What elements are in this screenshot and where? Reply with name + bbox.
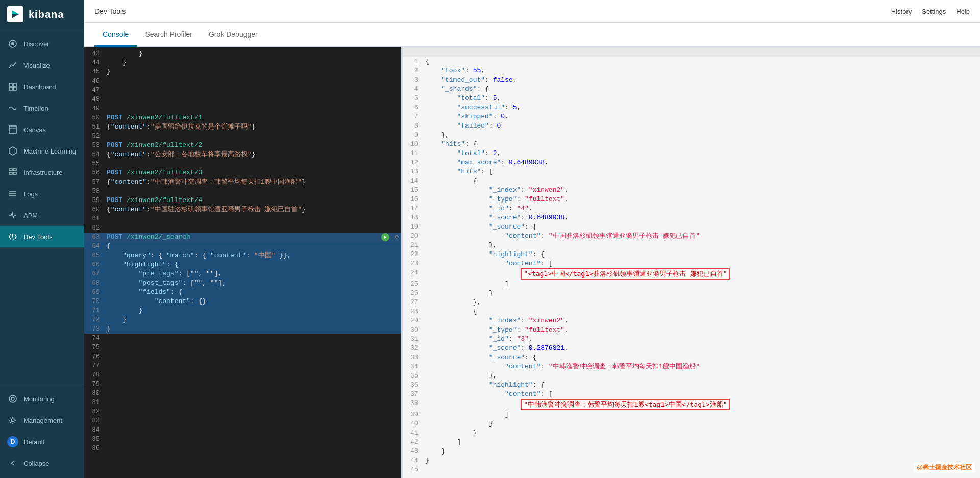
- code-line: 77: [84, 361, 401, 370]
- output-line-number: 23: [403, 259, 423, 268]
- left-editor-panel: 43 }44 }45}4647484950POST /xinwen2/fullt…: [84, 47, 401, 478]
- sidebar-item-collapse[interactable]: Collapse: [0, 452, 84, 474]
- output-line: 13 "hits": [: [403, 167, 980, 177]
- settings-link[interactable]: Settings: [922, 8, 946, 15]
- line-number: 63: [84, 233, 105, 242]
- line-content: "fields": {: [105, 288, 401, 297]
- line-number: 68: [84, 279, 105, 288]
- sidebar-item-infrastructure[interactable]: Infrastructure: [0, 162, 84, 183]
- output-line-number: 10: [403, 140, 423, 149]
- output-line: 30 "_type": "fulltext",: [403, 325, 980, 335]
- line-number: 73: [84, 324, 105, 334]
- output-line-number: 16: [403, 195, 423, 204]
- output-line-content: {: [423, 307, 980, 316]
- output-line: 25 ]: [403, 280, 980, 289]
- code-line: 78: [84, 370, 401, 380]
- sidebar-item-management[interactable]: Management: [0, 410, 84, 431]
- output-line-content: },: [423, 298, 980, 307]
- line-number: 76: [84, 352, 105, 361]
- line-number: 58: [84, 187, 105, 196]
- run-button[interactable]: [381, 233, 389, 241]
- svg-rect-6: [9, 87, 12, 90]
- history-link[interactable]: History: [891, 8, 912, 15]
- infrastructure-icon: [7, 167, 18, 178]
- logs-icon: [7, 188, 18, 199]
- output-line-content: }: [423, 429, 980, 438]
- sidebar-item-discover[interactable]: Discover: [0, 33, 84, 55]
- sidebar-item-apm[interactable]: APM: [0, 205, 84, 226]
- sidebar-item-visualize[interactable]: Visualize: [0, 55, 84, 76]
- output-line: 14 {: [403, 177, 980, 186]
- line-number: 61: [84, 214, 105, 223]
- code-line: 71 }: [84, 306, 401, 315]
- line-content: "highlight": {: [105, 260, 401, 269]
- highlight-result-box: "<tag1>中国</tag1>驻洛杉矶领事馆遭亚裔男子枪击 嫌犯已自首": [521, 268, 730, 280]
- output-line-content: "<tag1>中国</tag1>驻洛杉矶领事馆遭亚裔男子枪击 嫌犯已自首": [423, 268, 980, 280]
- tab-console[interactable]: Console: [94, 23, 137, 47]
- output-line-number: 35: [403, 371, 423, 381]
- svg-rect-11: [9, 169, 12, 171]
- sidebar-item-monitoring[interactable]: Monitoring: [0, 388, 84, 410]
- sidebar-item-dev-tools[interactable]: Dev Tools: [0, 226, 84, 247]
- output-line: 19 "_source": {: [403, 222, 980, 232]
- topbar: Dev Tools History Settings Help: [84, 0, 980, 23]
- code-line: 51{"content":"美国留给伊拉克的是个烂摊子吗"}: [84, 122, 401, 132]
- output-line-number: 44: [403, 456, 423, 465]
- output-line: 10 "hits": {: [403, 140, 980, 149]
- discover-label: Discover: [23, 40, 50, 48]
- output-line-number: 22: [403, 250, 423, 259]
- sidebar-item-machine-learning[interactable]: Machine Learning: [0, 140, 84, 162]
- output-line: 41 }: [403, 429, 980, 438]
- line-content: POST /xinwen2/_search: [105, 233, 377, 242]
- output-line-number: 39: [403, 410, 423, 419]
- output-line: 43 }: [403, 447, 980, 456]
- output-line: 16 "_type": "fulltext",: [403, 195, 980, 204]
- right-output-panel: 1{2 "took": 55,3 "timed_out": false,4 "_…: [403, 47, 980, 478]
- line-number: 79: [84, 380, 105, 389]
- help-link[interactable]: Help: [956, 8, 970, 15]
- output-line-content: "highlight": {: [423, 250, 980, 259]
- line-number: 66: [84, 260, 105, 269]
- kibana-logo-icon: [7, 6, 23, 22]
- code-line: 46: [84, 77, 401, 86]
- output-line-number: 19: [403, 222, 423, 232]
- line-content: {"content":"中韩渔警冲突调查：韩警平均每天扣1艘中国渔船"}: [105, 178, 401, 187]
- output-line-number: 5: [403, 94, 423, 103]
- code-line: 66 "highlight": {: [84, 260, 401, 269]
- sidebar-item-default[interactable]: D Default: [0, 431, 84, 452]
- apm-label: APM: [23, 212, 38, 219]
- line-content: }: [105, 306, 401, 315]
- tab-grok-debugger[interactable]: Grok Debugger: [201, 23, 266, 47]
- line-number: 67: [84, 269, 105, 279]
- line-content: {"content":"中国驻洛杉矶领事馆遭亚裔男子枪击 嫌犯已自首"}: [105, 205, 401, 214]
- svg-rect-5: [13, 83, 16, 86]
- line-number: 64: [84, 242, 105, 251]
- output-line-number: 14: [403, 177, 423, 186]
- sidebar-item-timelion[interactable]: Timelion: [0, 97, 84, 119]
- output-line: 6 "successful": 5,: [403, 103, 980, 112]
- output-line-number: 33: [403, 353, 423, 362]
- line-number: 62: [84, 223, 105, 233]
- wrench-button[interactable]: ⚙: [393, 233, 401, 241]
- line-number: 85: [84, 435, 105, 444]
- output-line: 11 "total": 2,: [403, 149, 980, 158]
- tabs-bar: Console Search Profiler Grok Debugger: [84, 23, 980, 47]
- output-line-number: 8: [403, 121, 423, 131]
- line-number: 49: [84, 104, 105, 113]
- code-line: 63POST /xinwen2/_search⚙: [84, 233, 401, 242]
- output-line-content: }: [423, 289, 980, 298]
- visualize-label: Visualize: [23, 62, 50, 69]
- sidebar-item-logs[interactable]: Logs: [0, 183, 84, 205]
- left-code-editor[interactable]: 43 }44 }45}4647484950POST /xinwen2/fullt…: [84, 47, 401, 478]
- output-line-number: 32: [403, 344, 423, 353]
- output-line: 36 "highlight": {: [403, 381, 980, 390]
- output-line: 12 "max_score": 0.6489038,: [403, 158, 980, 167]
- output-line-number: 15: [403, 186, 423, 195]
- svg-point-20: [11, 397, 14, 400]
- line-number: 80: [84, 389, 105, 398]
- svg-point-19: [9, 395, 16, 402]
- editor-area: 43 }44 }45}4647484950POST /xinwen2/fullt…: [84, 47, 980, 478]
- sidebar-item-dashboard[interactable]: Dashboard: [0, 76, 84, 97]
- tab-search-profiler[interactable]: Search Profiler: [137, 23, 201, 47]
- sidebar-item-canvas[interactable]: Canvas: [0, 119, 84, 140]
